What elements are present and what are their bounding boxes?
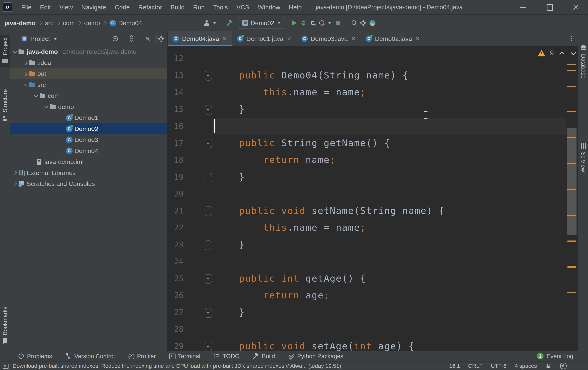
tree-item-scratches-and-consoles[interactable]: Scratches and Consoles bbox=[10, 178, 167, 189]
breadcrumb-item-demo[interactable]: demo bbox=[84, 20, 100, 27]
project-panel-title[interactable]: Project bbox=[30, 35, 50, 42]
lock-icon[interactable] bbox=[545, 363, 551, 369]
tool-window-toggle-icon[interactable] bbox=[2, 363, 9, 369]
close-icon[interactable]: × bbox=[351, 35, 355, 42]
tree-item-external-libraries[interactable]: External Libraries bbox=[10, 167, 167, 178]
fold-start-marker[interactable] bbox=[205, 139, 212, 148]
tool-window-button-profiler[interactable]: Profiler bbox=[128, 353, 156, 360]
tree-item-demo03[interactable]: Demo03 bbox=[10, 134, 167, 145]
scrollbar-thumb[interactable] bbox=[567, 128, 577, 235]
menu-navigate[interactable]: Navigate bbox=[77, 0, 110, 14]
run-button[interactable] bbox=[291, 20, 297, 26]
fold-start-marker[interactable] bbox=[205, 274, 212, 284]
menu-build[interactable]: Build bbox=[166, 0, 189, 14]
close-icon[interactable]: × bbox=[416, 35, 420, 42]
user-icon[interactable] bbox=[203, 20, 210, 26]
fold-end-marker[interactable] bbox=[205, 105, 212, 114]
tool-window-button-python-packages[interactable]: Python Packages bbox=[288, 353, 343, 360]
tree-item-demo04[interactable]: Demo04 bbox=[10, 145, 167, 156]
settings-gear-icon[interactable] bbox=[360, 20, 367, 26]
menu-tools[interactable]: Tools bbox=[209, 0, 232, 14]
menu-vcs[interactable]: VCS bbox=[232, 0, 254, 14]
tree-item-com[interactable]: com bbox=[10, 90, 167, 101]
stop-button[interactable] bbox=[335, 20, 341, 26]
chevron-down-icon[interactable] bbox=[13, 49, 17, 53]
kebab-icon[interactable] bbox=[568, 36, 575, 42]
menu-edit[interactable]: Edit bbox=[36, 0, 55, 14]
expand-all-icon[interactable] bbox=[128, 35, 135, 42]
coverage-button[interactable] bbox=[309, 20, 316, 26]
chevron-down-icon[interactable] bbox=[23, 82, 28, 86]
event-log-button[interactable]: 1 Event Log bbox=[537, 353, 573, 360]
debug-button[interactable] bbox=[300, 20, 307, 26]
fold-end-marker[interactable] bbox=[205, 240, 212, 250]
stripe-item-project[interactable]: Project bbox=[0, 35, 10, 67]
caret-position-widget[interactable]: 16:1 bbox=[449, 363, 460, 369]
collapse-all-icon[interactable] bbox=[144, 35, 151, 42]
profiler-button[interactable] bbox=[318, 20, 325, 26]
menu-window[interactable]: Window bbox=[254, 0, 284, 14]
breadcrumb-item-demo04[interactable]: Demo04 bbox=[109, 20, 142, 27]
tab-demo01-java[interactable]: Demo01.java× bbox=[232, 31, 296, 46]
chevron-down-icon[interactable] bbox=[54, 38, 57, 40]
menu-run[interactable]: Run bbox=[189, 0, 209, 14]
close-icon[interactable]: × bbox=[223, 35, 227, 42]
stripe-item-sciview[interactable]: SciView bbox=[578, 140, 588, 175]
tool-window-button-problems[interactable]: Problems bbox=[18, 353, 52, 360]
close-icon[interactable]: × bbox=[287, 35, 291, 42]
breadcrumb-item-com[interactable]: com bbox=[63, 20, 75, 27]
profiler-dropdown-icon[interactable] bbox=[328, 20, 332, 26]
status-message[interactable]: Download pre-built shared indexes: Reduc… bbox=[13, 363, 341, 369]
tree-item-demo01[interactable]: Demo01 bbox=[10, 112, 167, 123]
breadcrumb-item-java-demo[interactable]: java-demo bbox=[4, 20, 36, 27]
tree-item-java-demo[interactable]: java-demoD:\IdeaProjects\java-demo bbox=[10, 46, 167, 57]
search-icon[interactable] bbox=[351, 20, 357, 26]
ide-globe-icon[interactable] bbox=[369, 20, 376, 26]
tool-window-button-todo[interactable]: TODO bbox=[213, 353, 240, 360]
menu-code[interactable]: Code bbox=[111, 0, 134, 14]
tree-item-demo[interactable]: demo bbox=[10, 101, 167, 113]
chevron-right-icon[interactable] bbox=[13, 171, 17, 175]
stripe-item-database[interactable]: Database bbox=[578, 42, 588, 81]
menu-view[interactable]: View bbox=[55, 0, 77, 14]
build-hammer-icon[interactable] bbox=[226, 20, 233, 26]
tree-item-out[interactable]: out bbox=[10, 68, 167, 79]
menu-help[interactable]: Help bbox=[284, 0, 306, 14]
chevron-down-icon[interactable] bbox=[44, 104, 49, 108]
panel-options-gear-icon[interactable] bbox=[158, 35, 164, 42]
tab-demo03-java[interactable]: Demo03.java× bbox=[296, 31, 360, 46]
chevron-right-icon[interactable] bbox=[13, 182, 17, 186]
tool-window-button-build[interactable]: Build bbox=[252, 353, 275, 360]
user-dropdown-icon[interactable] bbox=[213, 20, 217, 26]
locate-file-icon[interactable] bbox=[112, 35, 118, 42]
minimize-button[interactable] bbox=[515, 0, 531, 14]
fold-start-marker[interactable] bbox=[205, 342, 212, 351]
close-button[interactable] bbox=[567, 0, 584, 14]
tree-item-idea[interactable]: .idea bbox=[10, 57, 167, 68]
menu-refactor[interactable]: Refactor bbox=[134, 0, 167, 14]
error-stripe[interactable] bbox=[566, 46, 578, 351]
chevron-down-icon[interactable] bbox=[34, 93, 38, 97]
encoding-widget[interactable]: UTF-8 bbox=[491, 363, 506, 369]
indent-widget[interactable]: 4 spaces bbox=[515, 363, 537, 369]
fold-start-marker[interactable] bbox=[205, 206, 212, 216]
code-editor[interactable]: 1213public Demo04(String name) {14this.n… bbox=[168, 46, 578, 351]
fold-end-marker[interactable] bbox=[205, 308, 212, 318]
chevron-right-icon[interactable] bbox=[23, 72, 28, 76]
previous-warning-icon[interactable] bbox=[558, 50, 565, 56]
fold-start-marker[interactable] bbox=[205, 71, 212, 81]
tree-item-java-demo-iml[interactable]: java-demo.iml bbox=[10, 156, 167, 167]
tree-item-demo02[interactable]: Demo02 bbox=[10, 123, 167, 134]
stripe-item-structure[interactable]: Structure bbox=[0, 87, 10, 124]
chevron-right-icon[interactable] bbox=[23, 61, 28, 65]
tab-demo02-java[interactable]: Demo02.java× bbox=[360, 31, 425, 46]
run-configuration-select[interactable]: Demo02 bbox=[239, 17, 285, 29]
stripe-item-bookmarks[interactable]: Bookmarks bbox=[0, 304, 10, 347]
tree-item-src[interactable]: src bbox=[10, 79, 167, 91]
line-separator-widget[interactable]: CRLF bbox=[468, 363, 483, 369]
menu-file[interactable]: File bbox=[17, 0, 36, 14]
tool-window-button-terminal[interactable]: Terminal bbox=[169, 353, 200, 360]
fold-end-marker[interactable] bbox=[205, 173, 212, 182]
breadcrumb-item-src[interactable]: src bbox=[45, 20, 53, 27]
tab-demo04-java[interactable]: Demo04.java× bbox=[168, 31, 232, 46]
